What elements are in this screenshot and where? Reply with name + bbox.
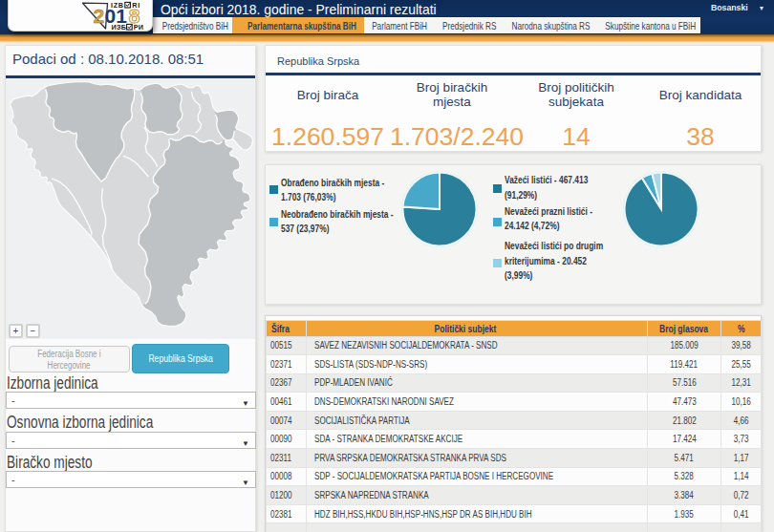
svg-text:РИ: РИ xyxy=(134,23,144,31)
svg-text:2: 2 xyxy=(94,5,105,27)
svg-text:ИЗБ: ИЗБ xyxy=(112,23,127,31)
